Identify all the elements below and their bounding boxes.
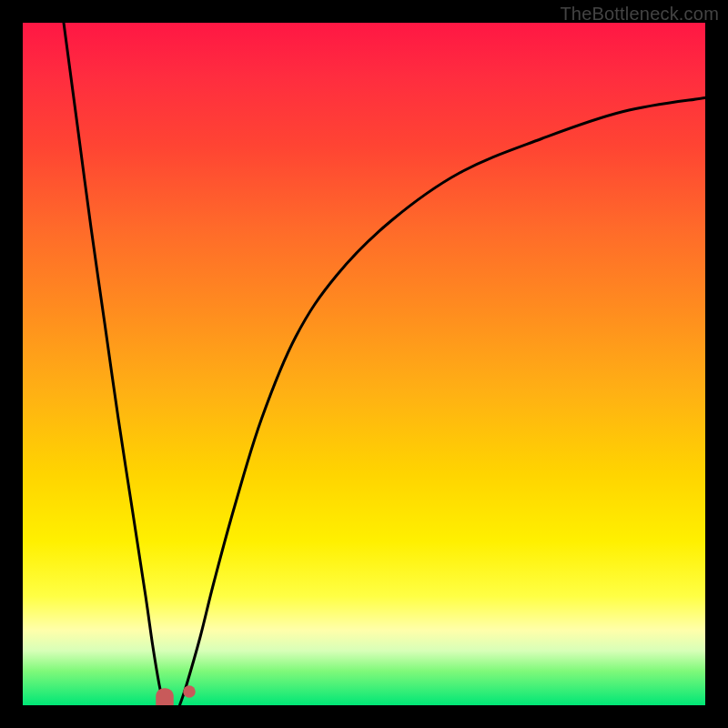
marker-bump-left (156, 688, 174, 705)
marker-bump-right (183, 685, 196, 698)
watermark-text: TheBottleneck.com (560, 4, 719, 25)
marker-layer (156, 685, 196, 705)
curve-path (64, 23, 705, 705)
curve-overlay (23, 23, 705, 705)
